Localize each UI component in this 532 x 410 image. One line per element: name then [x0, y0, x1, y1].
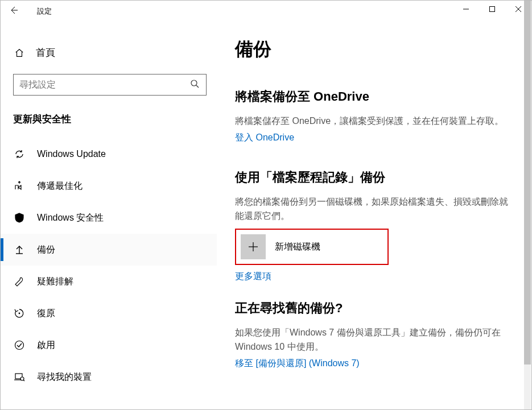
svg-line-6 — [196, 85, 199, 88]
filehistory-title: 使用「檔案歷程記錄」備份 — [235, 169, 509, 186]
svg-point-5 — [191, 80, 197, 86]
nav-label: 疑難排解 — [37, 276, 73, 288]
recovery-icon — [13, 308, 26, 319]
add-drive-label: 新增磁碟機 — [275, 241, 320, 253]
nav-item-troubleshoot[interactable]: 疑難排解 — [1, 266, 217, 297]
nav-label: Windows 安全性 — [37, 212, 104, 224]
backup-icon — [13, 244, 26, 255]
home-button[interactable]: 首頁 — [1, 40, 217, 65]
oldbackup-link[interactable]: 移至 [備份與還原] (Windows 7) — [235, 358, 360, 370]
category-label: 更新與安全性 — [1, 107, 217, 138]
nav-label: 傳遞最佳化 — [37, 180, 83, 192]
nav-item-recovery[interactable]: 復原 — [1, 297, 217, 329]
nav-label: 尋找我的裝置 — [37, 371, 92, 383]
page-title: 備份 — [235, 37, 509, 62]
home-icon — [13, 48, 26, 58]
nav-item-activation[interactable]: 啟用 — [1, 329, 217, 361]
back-button[interactable] — [1, 1, 27, 20]
section-onedrive: 將檔案備份至 OneDrive 將檔案儲存至 OneDrive，讓檔案受到保護，… — [235, 88, 509, 144]
sync-icon — [13, 148, 26, 160]
search-icon — [189, 79, 200, 90]
onedrive-desc: 將檔案儲存至 OneDrive，讓檔案受到保護，並在任何裝置上存取。 — [235, 114, 509, 129]
maximize-button[interactable] — [479, 1, 505, 18]
svg-point-10 — [15, 341, 24, 350]
nav-item-delivery-optimization[interactable]: 傳遞最佳化 — [1, 170, 217, 202]
svg-point-9 — [19, 313, 20, 314]
find-device-icon — [13, 371, 26, 383]
home-label: 首頁 — [36, 46, 55, 59]
onedrive-signin-link[interactable]: 登入 OneDrive — [235, 132, 294, 144]
more-options-link[interactable]: 更多選項 — [235, 271, 271, 283]
activation-icon — [13, 339, 26, 351]
plus-icon — [241, 234, 266, 259]
scrollbar[interactable] — [524, 1, 531, 409]
nav-item-windows-update[interactable]: Windows Update — [1, 138, 217, 170]
filehistory-desc: 將您的檔案備份到另一個磁碟機，如果原始檔案遺失、損毀或刪除就能還原它們。 — [235, 195, 509, 223]
nav-label: 備份 — [37, 244, 55, 256]
nav-label: 啟用 — [37, 339, 55, 351]
highlight-annotation: 新增磁碟機 — [235, 229, 389, 265]
oldbackup-desc: 如果您使用「Windows 7 備份與還原工具」建立備份，備份仍可在 Windo… — [235, 326, 509, 354]
onedrive-title: 將檔案備份至 OneDrive — [235, 88, 509, 105]
app-title: 設定 — [27, 1, 52, 16]
delivery-icon — [13, 180, 26, 192]
shield-icon — [13, 212, 26, 223]
minimize-button[interactable] — [453, 1, 479, 18]
oldbackup-title: 正在尋找舊的備份? — [235, 300, 509, 317]
nav-item-find-my-device[interactable]: 尋找我的裝置 — [1, 361, 217, 393]
search-field[interactable] — [19, 80, 189, 90]
section-old-backup: 正在尋找舊的備份? 如果您使用「Windows 7 備份與還原工具」建立備份，備… — [235, 300, 509, 370]
add-drive-button[interactable]: 新增磁碟機 — [241, 234, 383, 259]
sidebar: 首頁 更新與安全性 Windows Update 傳遞最佳化 — [1, 20, 217, 410]
scrollbar-thumb[interactable] — [524, 1, 531, 365]
nav-label: 復原 — [37, 308, 55, 320]
wrench-icon — [13, 276, 26, 287]
nav-item-windows-security[interactable]: Windows 安全性 — [1, 202, 217, 234]
svg-rect-2 — [490, 7, 495, 12]
svg-line-14 — [23, 380, 24, 381]
section-file-history: 使用「檔案歷程記錄」備份 將您的檔案備份到另一個磁碟機，如果原始檔案遺失、損毀或… — [235, 169, 509, 283]
nav-label: Windows Update — [37, 149, 106, 159]
search-input[interactable] — [13, 74, 207, 96]
content-area: 備份 將檔案備份至 OneDrive 將檔案儲存至 OneDrive，讓檔案受到… — [217, 20, 531, 410]
nav-item-backup[interactable]: 備份 — [1, 234, 217, 266]
